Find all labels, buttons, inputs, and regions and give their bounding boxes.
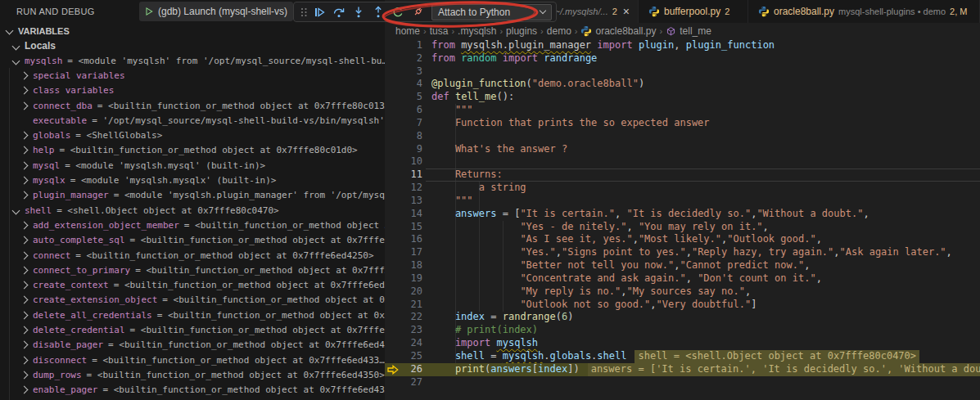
close-icon[interactable]: ×	[623, 5, 630, 18]
code-line-20[interactable]: 20 "My reply is no.","My sources say no.…	[385, 285, 980, 299]
chevron-right-icon[interactable]	[20, 101, 29, 110]
variable-row-add_extension_object_member[interactable]: add_extension_object_member= <builtin_fu…	[0, 218, 385, 232]
variable-row-connect_dba[interactable]: connect_dba= <builtin_function_or_method…	[0, 98, 385, 113]
breadcrumb-item-.mysqlsh[interactable]: .mysqlsh	[458, 25, 496, 37]
code-line-14[interactable]: 14 answers = ["It is certain.", "It is d…	[385, 208, 980, 221]
code-line-26[interactable]: 26 print(answers[index])answers = ['It i…	[385, 363, 980, 376]
variable-name: globals	[33, 130, 70, 141]
variable-row-executable[interactable]: executable= '/opt/mysql_source/mysql-she…	[0, 113, 385, 128]
code-line-16[interactable]: 16 "As I see it, yes.","Most likely.","O…	[385, 233, 980, 246]
code-line-25[interactable]: 25 shell = mysqlsh.globals.shellshell = …	[385, 350, 980, 363]
breadcrumb-item-demo[interactable]: demo	[547, 25, 571, 37]
variable-row-plugin_manager[interactable]: plugin_manager= <module 'mysqlsh.plugin_…	[0, 188, 385, 203]
chevron-down-icon[interactable]	[12, 56, 20, 65]
chevron-right-icon[interactable]	[20, 386, 29, 394]
locals-scope-header[interactable]: Locals	[0, 38, 385, 53]
chevron-right-icon[interactable]	[20, 371, 29, 379]
variables-section-header[interactable]: VARIABLES	[0, 23, 385, 38]
breadcrumb-item-home[interactable]: home	[395, 25, 420, 37]
code-line-5[interactable]: 5def tell_me():	[385, 91, 980, 104]
code-line-19[interactable]: 19 "Concentrate and ask again.", "Don't …	[385, 272, 980, 285]
chevron-right-icon[interactable]	[20, 266, 29, 274]
breadcrumb-file[interactable]: oracle8ball.py	[580, 25, 656, 37]
breadcrumb-item-plugins[interactable]: plugins	[506, 25, 537, 37]
chevron-right-icon[interactable]	[20, 251, 29, 259]
code-line-18[interactable]: 18 "Better not tell you now.","Cannot pr…	[385, 259, 980, 272]
attach-to-python-select[interactable]: Attach to Python	[431, 4, 552, 20]
chevron-right-icon[interactable]	[20, 311, 29, 319]
variable-row-class variables[interactable]: class variables	[0, 83, 385, 98]
tab-bufferpool.py[interactable]: bufferpool.py2	[639, 0, 748, 23]
code-line-8[interactable]: 8	[385, 130, 980, 143]
variable-row-disconnect[interactable]: disconnect= <builtin_function_or_method …	[0, 353, 385, 367]
launch-config-dropdown[interactable]: (gdb) Launch (mysql-shell-vs)	[139, 2, 293, 21]
chevron-right-icon[interactable]	[20, 296, 29, 304]
chevron-right-icon[interactable]	[20, 236, 29, 245]
code-line-11[interactable]: 11 Returns:	[385, 169, 980, 182]
code-line-7[interactable]: 7 Function that prints the so expected a…	[385, 117, 980, 130]
variable-row-dump_rows[interactable]: dump_rows= <builtin_function_or_method o…	[0, 367, 385, 382]
variable-row-create_context[interactable]: create_context= <builtin_function_or_met…	[0, 277, 385, 292]
code-line-10[interactable]: 10	[385, 155, 980, 169]
variable-row-create_extension_object[interactable]: create_extension_object= <builtin_functi…	[0, 293, 385, 308]
variable-row-special variables[interactable]: special variables	[0, 68, 385, 83]
code-line-21[interactable]: 21 "Outlook not so good.","Very doubtful…	[385, 299, 980, 312]
disconnect-icon[interactable]	[409, 3, 427, 21]
code-line-27[interactable]: 27	[385, 376, 980, 389]
continue-icon[interactable]	[310, 3, 328, 21]
variable-row-globals[interactable]: globals= <ShellGlobals>	[0, 128, 385, 142]
code-line-9[interactable]: 9 What's the answer ?	[385, 143, 980, 156]
chevron-right-icon[interactable]	[20, 221, 29, 229]
code-line-17[interactable]: 17 "Yes.","Signs point to yes.","Reply h…	[385, 246, 980, 259]
variable-value: = <builtin_function_or_method object at …	[97, 101, 385, 111]
variable-row-help[interactable]: help= <builtin_function_or_method object…	[0, 143, 385, 158]
glyph-margin	[385, 285, 401, 299]
code-line-23[interactable]: 23 # print(index)	[385, 324, 980, 337]
toolbar-drag-handle-icon[interactable]	[298, 3, 309, 21]
chevron-right-icon[interactable]	[20, 341, 29, 349]
step-out-icon[interactable]	[369, 3, 387, 21]
restart-icon[interactable]	[389, 3, 407, 21]
variable-row-mysqlsh[interactable]: mysqlsh= <module 'mysqlsh' from '/opt/my…	[0, 53, 385, 68]
code-line-12[interactable]: 12 a string	[385, 182, 980, 195]
code-line-3[interactable]: 3	[385, 65, 980, 79]
breadcrumb-symbol[interactable]: tell_me	[666, 25, 711, 37]
chevron-right-icon[interactable]	[20, 161, 29, 169]
chevron-right-icon[interactable]	[20, 191, 29, 200]
variable-row-connect[interactable]: connect= <builtin_function_or_method obj…	[0, 248, 385, 263]
variable-row-connect_to_primary[interactable]: connect_to_primary= <builtin_function_or…	[0, 263, 385, 277]
code-line-2[interactable]: 2from random import randrange	[385, 52, 980, 65]
code-line-1[interactable]: 1from mysqlsh.plugin_manager import plug…	[385, 39, 980, 52]
breadcrumb-item-tusa[interactable]: tusa	[430, 25, 449, 37]
chevron-right-icon[interactable]	[20, 281, 29, 290]
chevron-right-icon[interactable]	[20, 71, 29, 79]
tab-oracle8ball.py[interactable]: oracle8ball.pymysql-shell-plugins • demo…	[748, 0, 980, 23]
variable-row-auto_complete_sql[interactable]: auto_complete_sql= <builtin_function_or_…	[0, 233, 385, 248]
chevron-right-icon[interactable]	[20, 356, 29, 364]
variable-row-shell[interactable]: shell= <shell.Object object at 0x7fffe80…	[0, 203, 385, 218]
variable-row-mysql[interactable]: mysql= <module 'mysqlsh.mysql' (built-in…	[0, 158, 385, 173]
step-over-icon[interactable]	[330, 3, 348, 21]
code-line-15[interactable]: 15 "Yes - de nitely.", "You may rely on …	[385, 221, 980, 234]
code-line-6[interactable]: 6 """	[385, 104, 980, 117]
chevron-right-icon[interactable]	[20, 132, 29, 140]
chevron-down-icon[interactable]	[12, 206, 20, 214]
breadcrumb[interactable]: home›tusa›.mysqlsh›plugins›demo›oracle8b…	[385, 23, 980, 39]
code-area[interactable]: 1from mysqlsh.plugin_manager import plug…	[385, 39, 980, 400]
variable-name: connect	[33, 250, 70, 261]
variable-row-enable_pager[interactable]: enable_pager= <builtin_function_or_metho…	[0, 383, 385, 398]
code-line-4[interactable]: 4@plugin_function("demo.oracle8ball")	[385, 78, 980, 91]
variable-row-delete_all_credentials[interactable]: delete_all_credentials= <builtin_functio…	[0, 308, 385, 322]
code-line-22[interactable]: 22 index = randrange(6)	[385, 311, 980, 324]
code-line-24[interactable]: 24 import mysqlsh	[385, 337, 980, 350]
variable-row-mysqlx[interactable]: mysqlx= <module 'mysqlsh.mysqlx' (built-…	[0, 173, 385, 187]
chevron-right-icon[interactable]	[20, 326, 29, 335]
start-debug-icon[interactable]	[144, 7, 154, 16]
variable-row-disable_pager[interactable]: disable_pager= <builtin_function_or_meth…	[0, 338, 385, 353]
chevron-right-icon[interactable]	[20, 177, 29, 185]
chevron-right-icon[interactable]	[20, 87, 29, 95]
code-line-13[interactable]: 13 """	[385, 195, 980, 208]
chevron-right-icon[interactable]	[20, 146, 29, 155]
variable-row-delete_credential[interactable]: delete_credential= <builtin_function_or_…	[0, 322, 385, 337]
step-into-icon[interactable]	[350, 3, 368, 21]
